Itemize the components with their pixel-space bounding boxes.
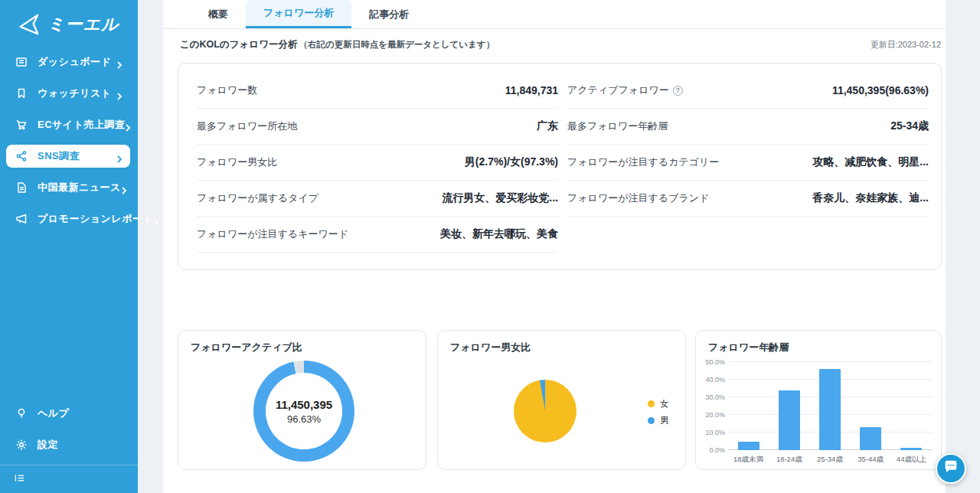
mieru-eye-icon (15, 11, 41, 38)
sidebar-nav: ダッシュボード ウォッチリスト ECサイト売上調査 (0, 51, 138, 230)
updated-date: 更新日:2023-02-12 (871, 39, 941, 51)
legend-dot-female (648, 400, 655, 407)
sidebar: ミーエル ダッシュボード ウォッチリスト ECサイト売上調査 (0, 0, 138, 493)
summary-row-keywords: フォロワーが注目するキーワード 美妆、新年去哪玩、美食 (197, 217, 558, 253)
gear-icon (15, 439, 28, 451)
chevron-right-icon (153, 215, 159, 223)
legend-item-male[interactable]: 男 (648, 415, 669, 426)
gender-ratio-pie-chart (514, 380, 577, 442)
sidebar-item-dashboard[interactable]: ダッシュボード (6, 51, 130, 73)
sidebar-item-help[interactable]: ヘルプ (6, 402, 130, 425)
megaphone-icon (15, 213, 28, 225)
summary-row-top-location: 最多フォロワー所在地 广东 (197, 109, 558, 145)
pie-legend: 女 男 (648, 398, 669, 426)
bar-18歳未満 (738, 442, 760, 451)
summary-row-categories: フォロワーが注目するカテゴリー 攻略、减肥饮食、明星... (567, 145, 929, 181)
main-content: 概要 フォロワー分析 記事分析 このKOLのフォロワー分析 （右記の更新日時点を… (163, 0, 946, 493)
x-axis-category-label: 18歳未満 (728, 455, 769, 465)
bar-44歳以上 (900, 448, 922, 450)
summary-row-gender-ratio: フォロワー男女比 男(2.7%)/女(97.3%) (197, 145, 558, 181)
age-distribution-bar-chart: 0.0%10.0%20.0%30.0%40.0%50.0%18歳未満18-24歳… (728, 362, 932, 450)
x-axis-category-label: 18-24歳 (769, 455, 809, 465)
y-axis-tick-label: 50.0% (694, 358, 725, 366)
y-axis-tick-label: 40.0% (694, 376, 725, 384)
x-axis-category-label: 35-44歳 (851, 455, 891, 465)
tab-article-analysis[interactable]: 記事分析 (351, 0, 426, 28)
active-ratio-chart-card: フォロワーアクティブ比 11,450,395 96.63% (178, 330, 426, 470)
tab-overview[interactable]: 概要 (191, 0, 246, 28)
sidebar-item-promotion-report[interactable]: プロモーションレポート (6, 207, 130, 230)
y-axis-tick-label: 0.0% (694, 446, 725, 454)
tab-follower-analysis[interactable]: フォロワー分析 (246, 0, 351, 28)
donut-center-label: 11,450,395 96.63% (253, 361, 354, 462)
cart-icon (15, 119, 28, 131)
bar-35-44歳 (860, 427, 881, 450)
app-logo[interactable]: ミーエル (0, 0, 138, 40)
sidebar-item-settings[interactable]: 設定 (6, 433, 130, 456)
sidebar-footer: ヘルプ 設定 (0, 402, 138, 493)
summary-row-follower-type: フォロワーが属するタイプ 流行男女、爱买彩妆党... (197, 181, 558, 217)
chart-title: フォロワーアクティブ比 (191, 341, 302, 354)
chat-support-button[interactable] (936, 453, 966, 484)
summary-row-top-age-group: 最多フォロワー年齢層 25-34歳 (567, 109, 929, 145)
sidebar-item-china-news[interactable]: 中国最新ニュース (6, 176, 130, 199)
chat-dots-icon (942, 459, 959, 478)
gender-ratio-chart-card: フォロワー男女比 女 男 (437, 330, 686, 470)
y-axis-tick-label: 10.0% (694, 429, 725, 436)
summary-left-column: フォロワー数 11,849,731 最多フォロワー所在地 广东 フォロワー男女比… (197, 73, 558, 253)
page-subtitle-note: （右記の更新日時点を最新データとしています） (299, 39, 495, 51)
collapse-menu-icon[interactable] (14, 472, 25, 484)
follower-summary-card: フォロワー数 11,849,731 最多フォロワー所在地 广东 フォロワー男女比… (178, 63, 942, 270)
help-tooltip-icon[interactable]: ? (673, 86, 683, 96)
app-title: ミーエル (47, 13, 119, 36)
bar-25-34歳 (819, 369, 841, 450)
legend-dot-male (648, 417, 655, 424)
tab-bar: 概要 フォロワー分析 記事分析 (163, 0, 946, 29)
chart-title: フォロワー男女比 (450, 341, 531, 354)
summary-right-column: アクティブフォロワー? 11,450,395(96.63%) 最多フォロワー年齢… (567, 73, 929, 253)
summary-row-active-followers: アクティブフォロワー? 11,450,395(96.63%) (567, 73, 929, 109)
sidebar-item-ec-research[interactable]: ECサイト売上調査 (6, 113, 130, 136)
gridline (728, 361, 932, 362)
chevron-right-icon (116, 90, 122, 97)
sidebar-item-watchlist[interactable]: ウォッチリスト (6, 82, 130, 105)
lightbulb-icon (15, 407, 28, 420)
chevron-right-icon (125, 121, 131, 129)
bookmark-icon (15, 87, 28, 100)
section-header: このKOLのフォロワー分析 （右記の更新日時点を最新データとしています） 更新日… (180, 38, 941, 51)
sidebar-item-sns-research[interactable]: SNS調査 (6, 145, 130, 168)
y-axis-tick-label: 20.0% (694, 411, 725, 419)
chevron-right-icon (116, 152, 122, 160)
page-subtitle: このKOLのフォロワー分析 (180, 38, 297, 51)
chevron-right-icon (116, 58, 122, 66)
dashboard-icon (15, 56, 28, 68)
x-axis-category-label: 25-34歳 (809, 455, 850, 465)
legend-item-female[interactable]: 女 (648, 398, 669, 410)
chart-title: フォロワー年齢層 (708, 341, 789, 354)
y-axis-tick-label: 30.0% (694, 393, 725, 401)
summary-row-brands: フォロワーが注目するブランド 香奈儿、奈娃家族、迪... (567, 181, 929, 217)
x-axis-category-label: 44歳以上 (891, 455, 932, 465)
share-icon (15, 150, 28, 162)
summary-row-follower-count: フォロワー数 11,849,731 (197, 73, 558, 109)
news-icon (15, 181, 28, 194)
bar-18-24歳 (779, 390, 800, 450)
chevron-right-icon (121, 184, 127, 191)
sidebar-collapse-row (0, 465, 138, 493)
age-distribution-chart-card: フォロワー年齢層 0.0%10.0%20.0%30.0%40.0%50.0%18… (695, 330, 942, 470)
